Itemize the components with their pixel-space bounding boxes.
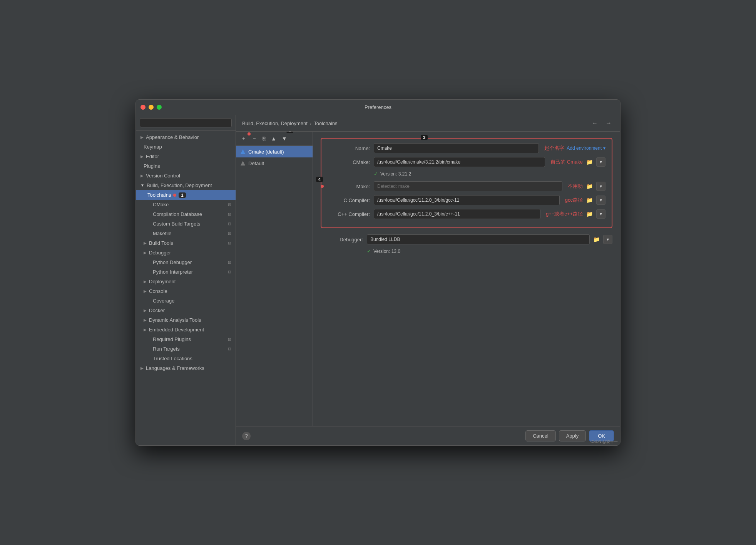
search-input[interactable]: [140, 118, 232, 127]
sidebar-item-label: Embedded Development: [149, 327, 204, 333]
make-input-wrap: 4 不用动 📁 ▾: [374, 181, 605, 191]
sidebar-item-compilation-database[interactable]: Compilation Database ⊡: [136, 209, 236, 219]
main-panel: Build, Execution, Deployment › Toolchain…: [236, 115, 620, 445]
cmake-input[interactable]: [374, 157, 545, 167]
settings-icon: ⊡: [228, 212, 231, 216]
c-compiler-input-wrap: gcc路径 📁 ▾: [374, 195, 605, 205]
sidebar-item-label: CMake: [153, 202, 169, 207]
make-annotation: 不用动: [568, 183, 583, 190]
badge-dot: [173, 194, 176, 197]
sidebar-item-version-control[interactable]: ▶ Version Control: [136, 171, 236, 181]
sidebar-item-deployment[interactable]: ▶ Deployment: [136, 277, 236, 286]
debugger-label: Debugger:: [321, 237, 363, 242]
move-up-button[interactable]: ▲: [269, 134, 278, 143]
back-arrow[interactable]: ←: [589, 119, 600, 127]
debugger-check-icon: ✓: [367, 248, 371, 254]
name-annotation: 起个名字: [544, 145, 564, 152]
detail-panel: 3 Name: 起个名字 Add environment ▾: [313, 132, 620, 426]
cmake-folder-button[interactable]: 📁: [585, 158, 594, 166]
sidebar-item-keymap[interactable]: Keymap: [136, 142, 236, 152]
sidebar-item-coverage[interactable]: Coverage: [136, 296, 236, 306]
sidebar-item-label: Makefile: [153, 231, 171, 236]
sidebar-item-cmake[interactable]: CMake ⊡: [136, 200, 236, 209]
toolchain-items: Cmake (default) Default: [236, 146, 313, 426]
minimize-button[interactable]: [149, 105, 154, 110]
check-icon: ✓: [374, 171, 378, 177]
sidebar-item-label: Docker: [149, 308, 165, 313]
sidebar-item-label: Deployment: [149, 279, 176, 284]
chevron-right-icon: ▶: [140, 174, 144, 178]
add-toolchain-button[interactable]: ＋: [239, 134, 248, 143]
sidebar-item-editor[interactable]: ▶ Editor: [136, 152, 236, 161]
sidebar-item-python-debugger[interactable]: Python Debugger ⊡: [136, 257, 236, 267]
sidebar-item-run-targets[interactable]: Run Targets ⊡: [136, 344, 236, 354]
apply-button[interactable]: Apply: [559, 430, 586, 441]
sidebar-item-required-plugins[interactable]: Required Plugins ⊡: [136, 334, 236, 344]
sidebar: ⌕ ▶ Appearance & Behavior Keymap ▶ Edito…: [136, 115, 236, 445]
toolchain-item-cmake-default[interactable]: Cmake (default): [236, 146, 313, 157]
breadcrumb: Build, Execution, Deployment › Toolchain…: [242, 120, 338, 126]
sidebar-item-debugger[interactable]: ▶ Debugger: [136, 248, 236, 257]
sidebar-item-label: Coverage: [153, 298, 174, 304]
name-field-row: Name: 起个名字 Add environment ▾: [328, 143, 605, 153]
sidebar-item-plugins[interactable]: Plugins: [136, 161, 236, 171]
cpp-compiler-input[interactable]: [374, 209, 540, 219]
svg-marker-1: [241, 161, 245, 166]
sidebar-item-label: Compilation Database: [153, 211, 202, 217]
move-down-button[interactable]: ▼: [280, 134, 289, 143]
window-title: Preferences: [365, 104, 391, 110]
sidebar-item-label: Appearance & Behavior: [146, 134, 199, 140]
sidebar-item-toolchains[interactable]: Toolchains 1: [136, 190, 236, 200]
sidebar-item-makefile[interactable]: Makefile ⊡: [136, 229, 236, 238]
make-label: Make:: [328, 184, 370, 189]
c-compiler-folder-button[interactable]: 📁: [585, 196, 594, 204]
make-dropdown-button[interactable]: ▾: [596, 182, 605, 191]
add-env-label: Add environment: [567, 145, 602, 151]
sidebar-item-trusted-locations[interactable]: Trusted Locations: [136, 354, 236, 363]
help-button[interactable]: ?: [242, 432, 251, 440]
name-input[interactable]: [374, 143, 539, 153]
breadcrumb-part2: Toolchains: [314, 120, 337, 126]
cmake-icon: [240, 149, 246, 155]
sidebar-item-docker[interactable]: ▶ Docker: [136, 306, 236, 315]
toolchain-item-default[interactable]: Default: [236, 157, 313, 169]
cpp-annotation: g++或者c++路径: [546, 211, 583, 217]
forward-arrow[interactable]: →: [603, 119, 614, 127]
toolchain-item-label: Default: [248, 160, 264, 166]
sidebar-item-python-interpreter[interactable]: Python Interpreter ⊡: [136, 267, 236, 277]
c-compiler-input[interactable]: [374, 195, 560, 205]
cmake-dropdown-button[interactable]: ▾: [596, 157, 605, 167]
sidebar-item-console[interactable]: ▶ Console: [136, 286, 236, 296]
sidebar-item-label: Dynamic Analysis Tools: [149, 317, 201, 323]
sidebar-item-build-execution[interactable]: ▼ Build, Execution, Deployment: [136, 181, 236, 190]
c-compiler-dropdown-button[interactable]: ▾: [596, 196, 605, 205]
sidebar-item-embedded-dev[interactable]: ▶ Embedded Development: [136, 325, 236, 334]
sidebar-item-appearance[interactable]: ▶ Appearance & Behavior: [136, 132, 236, 142]
highlighted-config-box: Name: 起个名字 Add environment ▾: [321, 138, 612, 228]
sidebar-item-dynamic-analysis[interactable]: ▶ Dynamic Analysis Tools: [136, 315, 236, 325]
toolchain-item-label: Cmake (default): [248, 149, 284, 155]
debugger-folder-button[interactable]: 📁: [592, 235, 601, 244]
make-folder-button[interactable]: 📁: [585, 182, 594, 191]
cpp-compiler-dropdown-button[interactable]: ▾: [596, 209, 605, 219]
sidebar-item-build-tools[interactable]: ▶ Build Tools ⊡: [136, 238, 236, 248]
cancel-button[interactable]: Cancel: [525, 430, 555, 441]
breadcrumb-separator: ›: [310, 120, 311, 126]
copy-toolchain-button[interactable]: ⎘: [261, 134, 268, 143]
add-environment-button[interactable]: Add environment ▾: [567, 145, 605, 151]
default-icon: [240, 160, 246, 166]
remove-toolchain-button[interactable]: －: [250, 134, 259, 143]
debugger-input[interactable]: [367, 234, 590, 244]
bottom-bar: ? Cancel Apply OK CSDN @凌十一: [236, 426, 620, 445]
sidebar-item-custom-build-targets[interactable]: Custom Build Targets ⊡: [136, 219, 236, 229]
toolbar-red-dot: [248, 132, 251, 135]
debugger-dropdown-button[interactable]: ▾: [603, 235, 612, 244]
preferences-window: Preferences ⌕ ▶ Appearance & Behavior Ke…: [135, 99, 621, 446]
chevron-down-icon: ▼: [140, 183, 144, 187]
cpp-compiler-folder-button[interactable]: 📁: [585, 210, 594, 218]
make-input[interactable]: [374, 181, 562, 191]
close-button[interactable]: [140, 105, 146, 110]
sidebar-item-languages-frameworks[interactable]: ▶ Languages & Frameworks: [136, 363, 236, 373]
maximize-button[interactable]: [157, 105, 162, 110]
sidebar-item-label: Toolchains: [147, 192, 171, 198]
